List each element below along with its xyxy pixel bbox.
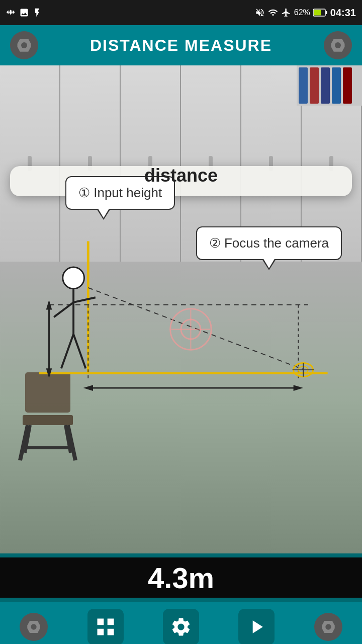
bottom-hex-left-icon [25,618,42,635]
teal-divider-bottom [0,598,362,602]
status-left-icons [6,8,42,18]
measurement-display: 4.3m [0,557,362,598]
svg-rect-1 [325,11,327,14]
svg-line-28 [61,334,73,368]
status-time: 04:31 [330,7,356,19]
top-bar: DISTANCE MEASURE [0,25,362,65]
camera-view[interactable]: ① Input height ② Focus the camera [0,65,362,553]
gear-icon [170,616,192,638]
play-button[interactable] [238,609,275,644]
teal-divider-top [0,553,362,557]
wifi-icon [268,8,278,18]
grid-button[interactable] [87,609,124,644]
distance-label: distance [144,165,218,186]
svg-line-26 [54,302,73,317]
svg-marker-23 [294,385,303,391]
settings-button[interactable] [163,609,199,644]
status-bar: 62% 04:31 [0,0,362,25]
bottom-hex-right-icon [320,618,337,635]
grid-icon [95,616,117,638]
svg-point-38 [31,624,37,629]
svg-rect-6 [23,415,73,425]
image-icon [19,8,29,18]
bottom-bar [0,602,362,644]
battery-percentage: 62% [294,8,310,17]
svg-point-39 [325,624,331,629]
svg-line-15 [88,288,303,369]
step2-bubble: ② Focus the camera [196,226,342,260]
svg-line-29 [73,334,85,368]
hexagon-right-icon [329,36,347,54]
svg-point-24 [63,267,84,289]
lightning-icon [32,8,42,18]
top-left-button[interactable] [10,31,38,59]
usb-icon [6,8,16,18]
svg-point-3 [21,42,27,48]
svg-line-27 [73,297,96,302]
mute-icon [255,8,265,18]
svg-rect-2 [314,10,321,16]
measurement-value: 4.3m [148,561,214,595]
svg-marker-22 [83,385,93,391]
bottom-right-button[interactable] [314,613,342,641]
app-title: DISTANCE MEASURE [38,36,324,55]
binder-area [297,65,362,106]
status-right-icons: 62% 04:31 [255,7,356,19]
bottom-left-button[interactable] [20,613,48,641]
top-right-button[interactable] [324,31,352,59]
svg-point-4 [335,42,341,48]
step2-label: ② Focus the camera [209,235,329,251]
instruction-card: ① Input height ② Focus the camera [10,166,352,196]
play-icon [245,616,267,638]
airplane-icon [281,8,291,18]
battery-icon [313,9,327,17]
step1-label: ① Input height [78,185,162,200]
hexagon-left-icon [15,36,33,54]
